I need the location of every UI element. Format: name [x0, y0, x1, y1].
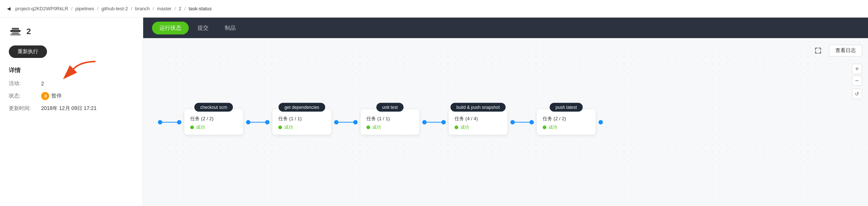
connector-dot-1b	[265, 120, 270, 124]
stage-3[interactable]: unit test 任务 (1 / 1) 成功	[361, 110, 419, 135]
stage-1-label: checkout scm	[194, 103, 233, 112]
stages-container: checkout scm 任务 (2 / 2) 成功	[158, 110, 603, 135]
stage-2-tasks: 任务 (1 / 1)	[278, 115, 325, 122]
details-section: 详情 活动: 2 状态: ⏸ 暂停 更新时间: 2018年 12月 09日 17…	[9, 67, 134, 112]
svg-rect-0	[10, 30, 21, 32]
expand-button[interactable]	[811, 44, 825, 57]
detail-label-time: 更新时间:	[9, 105, 35, 112]
breadcrumb-number[interactable]: 2	[179, 6, 181, 11]
zoom-out-button[interactable]: −	[852, 76, 862, 86]
stage-1-tasks: 任务 (2 / 2)	[190, 115, 237, 122]
stage-5-tasks: 任务 (2 / 2)	[543, 115, 590, 122]
tab-run-status[interactable]: 运行状态	[152, 22, 189, 34]
back-button[interactable]: ◄	[6, 5, 12, 12]
topbar: ◄ project-q2KD2WP0RkLR / pipelines / git…	[0, 0, 868, 18]
connector-line-3	[427, 122, 441, 122]
details-title: 详情	[9, 67, 134, 74]
connector-dot-4b	[529, 120, 534, 124]
pause-icon: ⏸	[41, 92, 49, 100]
stage-3-label: unit test	[376, 103, 404, 112]
main-content: 运行状态 提交 制品 查看日志 + − ↺	[143, 18, 868, 206]
zoom-in-button[interactable]: +	[852, 64, 862, 74]
detail-label-activity: 活动:	[9, 80, 35, 87]
connector-line-4	[515, 122, 529, 122]
connector-dot-3	[422, 120, 427, 124]
stage-2[interactable]: get dependencies 任务 (1 / 1) 成功	[272, 110, 331, 135]
stage-5-status-dot	[543, 125, 546, 129]
stage-4-status-text: 成功	[460, 124, 469, 130]
stage-5-status-text: 成功	[549, 124, 557, 130]
mid-connector-0	[177, 120, 181, 124]
detail-value-activity: 2	[41, 81, 44, 87]
svg-rect-1	[12, 28, 19, 30]
status-value: 暂停	[51, 93, 62, 99]
pipeline-icon	[9, 25, 22, 38]
stage-1-status-text: 成功	[196, 124, 205, 130]
connector-dot-3b	[441, 120, 446, 124]
breadcrumb-pipelines[interactable]: pipelines	[75, 6, 94, 11]
stage-4[interactable]: build & push snapshot 任务 (4 / 4) 成功	[449, 110, 507, 135]
connector-dot-1	[246, 120, 250, 124]
tab-artifact[interactable]: 制品	[217, 22, 243, 34]
refresh-button[interactable]: ↺	[852, 89, 862, 99]
canvas-controls: 查看日志	[811, 44, 862, 57]
status-badge: ⏸ 暂停	[41, 92, 62, 100]
breadcrumb-master[interactable]: master	[157, 6, 171, 11]
tab-bar: 运行状态 提交 制品	[143, 18, 868, 38]
pipeline-number: 2	[26, 27, 31, 36]
zoom-controls: + − ↺	[852, 64, 862, 99]
connector-dot-2	[334, 120, 339, 124]
stage-4-tasks: 任务 (4 / 4)	[455, 115, 502, 122]
detail-label-status: 状态:	[9, 93, 35, 99]
breadcrumb-branch[interactable]: branch	[135, 6, 150, 11]
breadcrumb-task-status: task-status	[189, 6, 212, 11]
stage-2-label: get dependencies	[279, 103, 325, 112]
sidebar-header: 2	[9, 25, 134, 38]
stage-2-status-text: 成功	[284, 124, 293, 130]
pipeline-canvas[interactable]: 查看日志 + − ↺ checkout scm 任务 (	[143, 38, 868, 206]
tab-commit[interactable]: 提交	[190, 22, 216, 34]
end-connector	[598, 120, 603, 124]
rerun-button[interactable]: 重新执行	[9, 45, 47, 58]
connector-line-0	[162, 122, 177, 122]
connector-dot-2b	[353, 120, 358, 124]
connector-dot-4	[510, 120, 515, 124]
stage-4-label: build & push snapshot	[451, 103, 506, 112]
view-log-button[interactable]: 查看日志	[829, 45, 862, 56]
sidebar: 2 重新执行 详情 活动: 2 状态:	[0, 18, 143, 206]
stage-5[interactable]: push latest 任务 (2 / 2) 成功	[537, 110, 596, 135]
breadcrumb-github-test[interactable]: github-test-2	[101, 6, 128, 11]
stage-5-label: push latest	[550, 103, 583, 112]
start-connector	[158, 120, 162, 124]
detail-value-time: 2018年 12月 09日 17:21	[41, 105, 97, 112]
breadcrumb-project[interactable]: project-q2KD2WP0RkLR	[15, 6, 68, 11]
detail-row-status: 状态: ⏸ 暂停	[9, 92, 134, 100]
stage-2-status-dot	[278, 125, 282, 129]
stage-1-status-dot	[190, 125, 194, 129]
connector-line-1	[250, 122, 265, 122]
connector-line-2	[339, 122, 353, 122]
detail-row-time: 更新时间: 2018年 12月 09日 17:21	[9, 105, 134, 112]
svg-rect-3	[10, 34, 21, 36]
stage-3-tasks: 任务 (1 / 1)	[366, 115, 413, 122]
stage-4-status-dot	[455, 125, 458, 129]
stage-3-status-dot	[366, 125, 370, 129]
detail-row-activity: 活动: 2	[9, 80, 134, 87]
stage-1[interactable]: checkout scm 任务 (2 / 2) 成功	[184, 110, 243, 135]
stage-3-status-text: 成功	[372, 124, 381, 130]
